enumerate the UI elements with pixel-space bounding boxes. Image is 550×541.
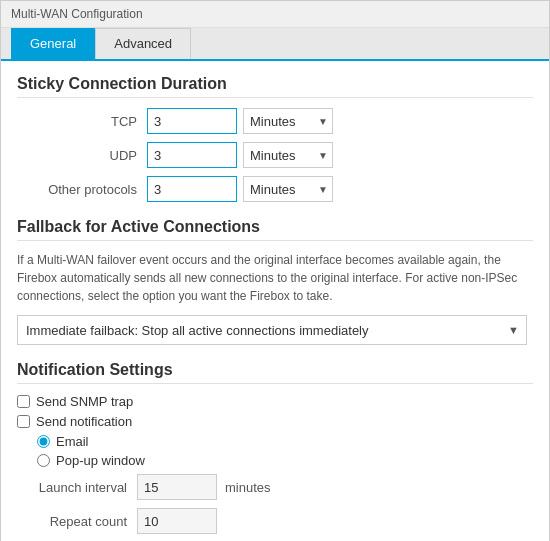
email-radio-label[interactable]: Email	[56, 434, 89, 449]
udp-unit-wrapper: Minutes Seconds Hours ▼	[243, 142, 333, 168]
send-notification-label[interactable]: Send notification	[36, 414, 132, 429]
content-area: Sticky Connection Duration TCP Minutes S…	[1, 61, 549, 541]
snmp-trap-checkbox[interactable]	[17, 395, 30, 408]
snmp-trap-row: Send SNMP trap	[17, 394, 533, 409]
other-protocols-unit-wrapper: Minutes Seconds Hours ▼	[243, 176, 333, 202]
repeat-count-label: Repeat count	[27, 514, 127, 529]
udp-label: UDP	[27, 148, 137, 163]
sticky-connection-title: Sticky Connection Duration	[17, 75, 533, 98]
window-title: Multi-WAN Configuration	[11, 7, 143, 21]
title-bar: Multi-WAN Configuration	[1, 1, 549, 28]
popup-radio-label[interactable]: Pop-up window	[56, 453, 145, 468]
tcp-unit-wrapper: Minutes Seconds Hours ▼	[243, 108, 333, 134]
fallback-dropdown[interactable]: Immediate failback: Stop all active conn…	[17, 315, 527, 345]
notification-section: Notification Settings Send SNMP trap Sen…	[17, 361, 533, 534]
udp-unit-select[interactable]: Minutes Seconds Hours	[243, 142, 333, 168]
other-protocols-row: Other protocols Minutes Seconds Hours ▼	[17, 176, 533, 202]
tab-advanced[interactable]: Advanced	[95, 28, 191, 59]
send-notification-checkbox[interactable]	[17, 415, 30, 428]
snmp-trap-label[interactable]: Send SNMP trap	[36, 394, 133, 409]
notification-title: Notification Settings	[17, 361, 533, 384]
fallback-title: Fallback for Active Connections	[17, 218, 533, 241]
fallback-description: If a Multi-WAN failover event occurs and…	[17, 251, 533, 305]
other-protocols-input[interactable]	[147, 176, 237, 202]
popup-radio[interactable]	[37, 454, 50, 467]
email-radio-row: Email	[37, 434, 533, 449]
launch-interval-unit: minutes	[225, 480, 271, 495]
tab-bar: General Advanced	[1, 28, 549, 61]
notification-type-group: Email Pop-up window	[37, 434, 533, 468]
tcp-input[interactable]	[147, 108, 237, 134]
launch-interval-label: Launch interval	[27, 480, 127, 495]
other-protocols-label: Other protocols	[27, 182, 137, 197]
tcp-unit-select[interactable]: Minutes Seconds Hours	[243, 108, 333, 134]
tab-general[interactable]: General	[11, 28, 95, 59]
send-notification-row: Send notification	[17, 414, 533, 429]
repeat-count-row: Repeat count	[27, 508, 533, 534]
email-radio[interactable]	[37, 435, 50, 448]
launch-interval-input[interactable]	[137, 474, 217, 500]
fallback-section: Fallback for Active Connections If a Mul…	[17, 218, 533, 345]
repeat-count-input[interactable]	[137, 508, 217, 534]
tcp-row: TCP Minutes Seconds Hours ▼	[17, 108, 533, 134]
popup-radio-row: Pop-up window	[37, 453, 533, 468]
udp-row: UDP Minutes Seconds Hours ▼	[17, 142, 533, 168]
other-protocols-unit-select[interactable]: Minutes Seconds Hours	[243, 176, 333, 202]
udp-input[interactable]	[147, 142, 237, 168]
fallback-dropdown-wrapper: Immediate failback: Stop all active conn…	[17, 315, 527, 345]
launch-interval-row: Launch interval minutes	[27, 474, 533, 500]
main-window: Multi-WAN Configuration General Advanced…	[0, 0, 550, 541]
tcp-label: TCP	[27, 114, 137, 129]
